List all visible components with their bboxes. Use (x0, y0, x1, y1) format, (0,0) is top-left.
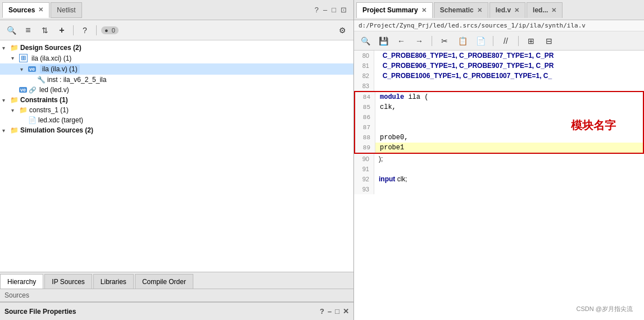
instance-icon: 🔧 (37, 76, 46, 84)
tab-led-more[interactable]: led... ✕ (527, 2, 563, 18)
line-content-90: ); (374, 154, 383, 164)
tree-led-xdc[interactable]: 📄 led.xdc (target) (0, 115, 353, 125)
led-v-label: led (led.v) (39, 86, 69, 94)
rb-line-87 (375, 122, 643, 132)
rln-85: 85 (355, 102, 375, 112)
right-panel: Project Summary ✕ Schematic ✕ led.v ✕ le… (354, 0, 644, 320)
source-tree: ▾ 📁 Design Sources (2) ▾ ⊞ ila (ila.xci)… (0, 40, 353, 272)
ila-xci-icon: ⊞ (19, 54, 28, 62)
line-content-81: C_PROBE906_TYPE=1, C_PROBE907_TYPE=1, C_… (374, 61, 554, 71)
minimize-icon[interactable]: – (323, 6, 327, 14)
code-copy-button[interactable]: 📋 (456, 34, 469, 48)
line-content-82: C_PROBE1006_TYPE=1, C_PROBE1007_TYPE=1, … (374, 71, 552, 81)
code-forward-button[interactable]: → (412, 34, 426, 48)
filepath-bar: d:/Project/Zynq_Prj/led/led.srcs/sources… (354, 20, 644, 31)
sources-toolbar: 🔍 ≡ ⇅ + ? ● 0 ⚙ (0, 20, 353, 40)
folder-constrs1-icon: 📁 (19, 106, 28, 114)
line-num-83: 83 (354, 81, 374, 91)
tree-ila-xci[interactable]: ▾ ⊞ ila (ila.xci) (1) (0, 53, 353, 63)
tab-led-more-close[interactable]: ✕ (551, 7, 556, 14)
led-xdc-label: led.xdc (target) (38, 116, 83, 124)
tab-sources-close[interactable]: ✕ (38, 6, 43, 13)
maximize-icon[interactable]: □ (332, 6, 336, 14)
code-line-91: 91 (354, 164, 644, 174)
constrs1-label: constrs_1 (1) (29, 106, 69, 114)
search-button[interactable]: 🔍 (4, 24, 18, 37)
tab-project-summary-close[interactable]: ✕ (421, 7, 427, 14)
sfp-minimize-icon[interactable]: – (328, 307, 332, 316)
tree-constrs1[interactable]: ▾ 📁 constrs_1 (1) (0, 105, 353, 115)
toolbar-separator-2 (96, 25, 97, 35)
arrow-simulation: ▾ (2, 127, 10, 134)
left-tab-bar: Sources ✕ Netlist ? – □ ⊡ (0, 0, 353, 20)
rb-line-86 (375, 112, 643, 122)
tab-compile-order[interactable]: Compile Order (135, 274, 193, 289)
tab-schematic[interactable]: Schematic ✕ (434, 2, 488, 18)
help-icon[interactable]: ? (315, 6, 319, 14)
line-num-90: 90 (354, 154, 374, 164)
line-num-82: 82 (354, 71, 374, 81)
rln-89: 89 (355, 143, 375, 153)
settings-button[interactable]: ⚙ (335, 24, 349, 37)
xdc-icon: 📄 (28, 116, 37, 124)
filter-button[interactable]: ≡ (21, 24, 35, 37)
tree-constraints[interactable]: ▾ 📁 Constraints (1) (0, 95, 353, 105)
toolbar-separator-1 (73, 25, 74, 35)
tree-ila-v[interactable]: ▾ ve ila (ila.v) (1) (0, 63, 353, 75)
tab-schematic-close[interactable]: ✕ (477, 7, 482, 14)
line-content-83 (374, 81, 380, 91)
tab-schematic-label: Schematic (440, 6, 474, 14)
tab-led-v-label: led.v (496, 6, 511, 14)
code-paste-button[interactable]: 📄 (474, 34, 487, 48)
tab-led-v-close[interactable]: ✕ (514, 7, 519, 14)
rln-86: 86 (355, 112, 375, 122)
tree-simulation-sources[interactable]: ▾ 📁 Simulation Sources (2) (0, 125, 353, 135)
sfp-title: Source File Properties (4, 308, 76, 316)
code-expand-button[interactable]: ⊞ (524, 34, 538, 48)
tree-led-v[interactable]: ve 🔗 led (led.v) (0, 85, 353, 95)
code-line-93: 93 (354, 184, 644, 194)
tab-led-v[interactable]: led.v ✕ (489, 2, 525, 18)
sort-button[interactable]: ⇅ (38, 24, 52, 37)
rb-line-85: clk, (375, 102, 643, 112)
code-search-button[interactable]: 🔍 (359, 34, 372, 48)
tree-design-sources[interactable]: ▾ 📁 Design Sources (2) (0, 43, 353, 53)
tab-project-summary[interactable]: Project Summary ✕ (356, 2, 433, 18)
tab-sources[interactable]: Sources ✕ (2, 2, 49, 18)
arrow-ila-xci: ▾ (11, 55, 19, 61)
line-content-80: C_PROBE806_TYPE=1, C_PROBE807_TYPE=1, C_… (374, 51, 554, 61)
sfp-help-icon[interactable]: ? (320, 307, 324, 316)
code-toolbar: 🔍 💾 ← → ✂ 📋 📄 // ⊞ ⊟ (354, 31, 644, 51)
red-box-contents: module ila ( clk, probe0, probe1 (375, 92, 643, 153)
right-tab-bar: Project Summary ✕ Schematic ✕ led.v ✕ le… (354, 0, 644, 20)
code-scroll-area[interactable]: 80 C_PROBE806_TYPE=1, C_PROBE807_TYPE=1,… (354, 51, 644, 320)
add-button[interactable]: + (55, 24, 69, 37)
ve-icon: ve (28, 66, 36, 72)
code-collapse-button[interactable]: ⊟ (542, 34, 556, 48)
left-panel: Sources ✕ Netlist ? – □ ⊡ 🔍 ≡ ⇅ + ? ● 0 … (0, 0, 354, 320)
code-back-button[interactable]: ← (394, 34, 408, 48)
rln-88: 88 (355, 132, 375, 143)
code-comment-button[interactable]: // (499, 34, 513, 48)
folder-constraints-icon: 📁 (10, 96, 19, 104)
undock-icon[interactable]: ⊡ (341, 6, 347, 14)
design-sources-label: Design Sources (2) (20, 44, 81, 52)
question-button[interactable]: ? (78, 24, 92, 37)
arrow-design-sources: ▾ (2, 45, 10, 51)
code-cut-button[interactable]: ✂ (438, 34, 451, 48)
tab-netlist[interactable]: Netlist (51, 2, 81, 18)
code-save-button[interactable]: 💾 (377, 34, 390, 48)
sfp-close-icon[interactable]: ✕ (343, 307, 349, 316)
code-sep-3 (518, 36, 519, 46)
tab-sources-label: Sources (8, 6, 35, 14)
link-icon: 🔗 (29, 86, 37, 94)
line-content-91 (374, 164, 380, 174)
arrow-constrs1: ▾ (11, 107, 19, 113)
tab-ip-sources[interactable]: IP Sources (44, 274, 92, 289)
code-line-90: 90 ); (354, 154, 644, 164)
tree-inst[interactable]: 🔧 inst : ila_v6_2_5_ila (0, 75, 353, 85)
tab-hierarchy[interactable]: Hierarchy (0, 274, 43, 289)
sfp-maximize-icon[interactable]: □ (335, 307, 339, 316)
tab-libraries[interactable]: Libraries (93, 274, 134, 289)
tab-netlist-label: Netlist (57, 6, 75, 14)
